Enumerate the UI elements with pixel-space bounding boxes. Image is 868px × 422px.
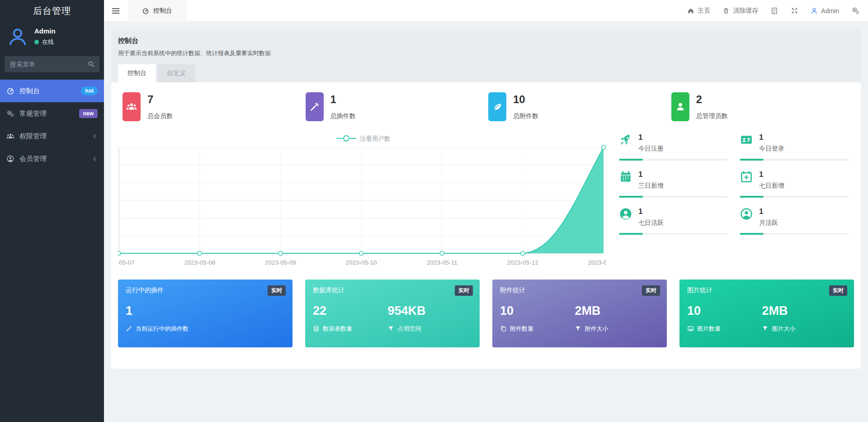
quick-label: 今日登录 xyxy=(759,145,784,153)
svg-text:2023-05-12: 2023-05-12 xyxy=(507,259,538,266)
realtime-badge: 实时 xyxy=(455,285,473,296)
quick-stat-month-active: 1 月活跃 xyxy=(740,207,849,235)
menu-toggle-icon[interactable] xyxy=(111,6,121,16)
navbar-right: 主页 清除缓存 Admi xyxy=(687,6,868,15)
settings-button[interactable] xyxy=(851,6,860,15)
stat-total-members: 7 总会员数 xyxy=(123,92,306,121)
app-title: 后台管理 xyxy=(0,0,104,22)
new-badge: new xyxy=(79,109,98,118)
calendar-icon xyxy=(619,170,632,184)
metric-label: 图片数量 xyxy=(697,325,721,333)
card-title: 图片统计 xyxy=(687,286,846,294)
docs-button[interactable] xyxy=(770,7,778,15)
tab-label: 控制台 xyxy=(153,7,172,15)
home-label: 主页 xyxy=(698,7,710,15)
card-title: 附件统计 xyxy=(500,286,659,294)
svg-text:2023-05-13: 2023-05-13 xyxy=(588,259,606,266)
realtime-badge: 实时 xyxy=(642,285,660,296)
user-status-label: 在线 xyxy=(42,38,54,46)
metric-value: 954KB xyxy=(387,304,462,318)
sidebar-item-label: 控制台 xyxy=(19,87,40,95)
realtime-badge: 实时 xyxy=(268,285,286,296)
progress-bar xyxy=(619,233,728,235)
search-icon[interactable] xyxy=(87,60,95,68)
home-icon xyxy=(687,7,694,14)
image-icon xyxy=(687,325,694,332)
metric-value: 2MB xyxy=(575,304,649,318)
quick-value: 1 xyxy=(759,133,784,141)
quick-value: 1 xyxy=(759,171,784,178)
metric-label: 当前运行中的插件数 xyxy=(136,325,189,333)
progress-bar xyxy=(740,196,849,198)
card-attachment-stats: 附件统计 实时 10 附件数量 xyxy=(492,280,667,347)
quick-value: 1 xyxy=(638,133,664,141)
expand-icon xyxy=(791,7,798,14)
metric-label: 占用空间 xyxy=(397,325,421,333)
progress-bar xyxy=(619,159,728,161)
user-menu[interactable]: Admin xyxy=(811,7,839,14)
card-running-plugins: 运行中的插件 实时 1 当前运行中的插件数 xyxy=(118,280,292,347)
page-content: 控制台 用于展示当前系统中的统计数据、统计报表及重要实时数据 控制台 自定义 7 xyxy=(104,22,868,376)
panel-body: 7 总会员数 1 总插件数 10 xyxy=(111,82,861,347)
sidebar-item-permissions[interactable]: 权限管理 xyxy=(0,125,104,147)
gears-icon xyxy=(6,109,14,118)
middle-section: 05-072023-05-082023-05-092023-05-102023-… xyxy=(118,132,854,270)
user-circle-icon xyxy=(740,207,753,221)
quick-stat-today-registered: 1 今日注册 xyxy=(619,133,728,161)
stat-label: 总会员数 xyxy=(147,112,173,120)
sidebar-item-members[interactable]: 会员管理 xyxy=(0,147,104,170)
search-input[interactable] xyxy=(5,56,99,72)
navbar-user-label: Admin xyxy=(821,7,839,14)
user-solid-icon xyxy=(619,207,632,221)
quick-value: 1 xyxy=(759,208,778,215)
svg-text:2023-05-09: 2023-05-09 xyxy=(265,259,296,266)
metric-value: 22 xyxy=(313,304,387,318)
wand-icon xyxy=(306,92,324,121)
quick-label: 七日新增 xyxy=(759,182,784,190)
card-database-stats: 数据库统计 实时 22 数据表数量 xyxy=(305,280,480,347)
id-card-icon xyxy=(740,133,753,147)
metric-cards-row: 运行中的插件 实时 1 当前运行中的插件数 xyxy=(118,280,854,347)
sidebar-item-label: 常规管理 xyxy=(19,109,47,118)
main-area: 控制台 主页 清除缓存 xyxy=(104,0,868,422)
metric-label: 数据表数量 xyxy=(323,325,352,333)
sidebar-menu: 控制台 hot 常规管理 new 权限管理 会员管理 xyxy=(0,80,104,170)
user-name: Admin xyxy=(34,27,56,35)
top-navbar: 控制台 主页 清除缓存 xyxy=(104,0,868,22)
users-group-icon xyxy=(123,92,141,121)
calendar-plus-icon xyxy=(740,170,753,184)
clear-cache-link[interactable]: 清除缓存 xyxy=(722,7,758,15)
quick-stat-3day-new: 1 三日新增 xyxy=(619,170,728,198)
stat-total-plugins: 1 总插件数 xyxy=(306,92,489,121)
sidebar-item-dashboard[interactable]: 控制台 hot xyxy=(0,80,104,102)
quick-stat-7day-new: 1 七日新增 xyxy=(740,170,849,198)
menu-search xyxy=(5,56,99,72)
metric-label: 附件大小 xyxy=(585,325,608,333)
tab-custom[interactable]: 自定义 xyxy=(157,64,195,82)
chevron-left-icon xyxy=(92,133,98,139)
home-link[interactable]: 主页 xyxy=(687,7,710,15)
registered-users-chart[interactable]: 05-072023-05-082023-05-092023-05-102023-… xyxy=(118,132,606,270)
progress-bar xyxy=(619,196,728,198)
dashboard-icon xyxy=(142,7,149,14)
metric-value: 2MB xyxy=(762,304,836,318)
card-title: 运行中的插件 xyxy=(126,286,285,294)
docs-icon xyxy=(770,7,778,15)
stat-label: 总管理员数 xyxy=(696,112,728,120)
stat-label: 总插件数 xyxy=(330,112,356,120)
dashboard-icon xyxy=(6,87,14,95)
stat-value: 10 xyxy=(513,94,538,105)
copy-icon xyxy=(500,325,507,332)
metric-label: 附件数量 xyxy=(510,325,533,333)
quick-label: 月活跃 xyxy=(759,219,778,227)
funnel-icon xyxy=(387,325,394,332)
stat-row: 7 总会员数 1 总插件数 10 xyxy=(123,92,854,121)
chevron-left-icon xyxy=(92,156,98,162)
quick-stats-grid: 1 今日注册 1 今日登录 xyxy=(619,133,849,270)
page-title: 控制台 xyxy=(118,37,854,45)
tab-console[interactable]: 控制台 xyxy=(118,64,156,82)
quick-stat-7day-active: 1 七日活跃 xyxy=(619,207,728,235)
tab-dashboard[interactable]: 控制台 xyxy=(128,0,186,22)
sidebar-item-general[interactable]: 常规管理 new xyxy=(0,102,104,125)
fullscreen-button[interactable] xyxy=(791,7,798,14)
